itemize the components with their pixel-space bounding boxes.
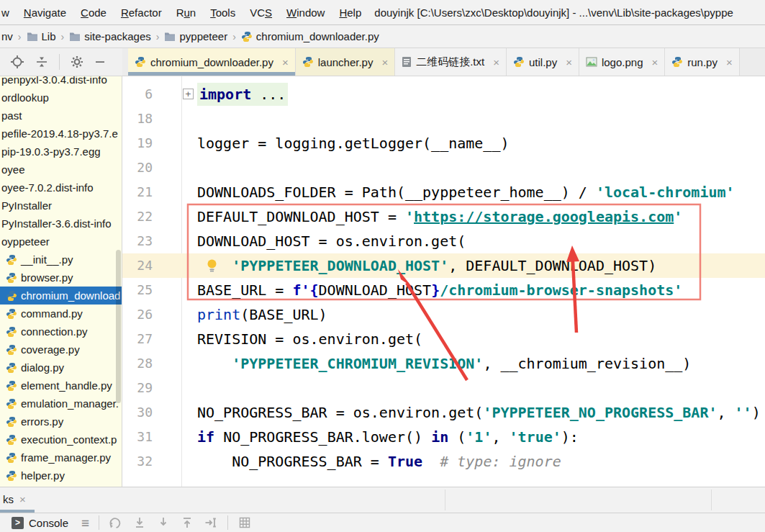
tree-item-pip-19-0-3-py3-7-egg[interactable]: pip-19.0.3-py3.7.egg: [0, 143, 122, 161]
code-line-28[interactable]: 28 'PYPPETEER_CHROMIUM_REVISION', __chro…: [122, 351, 765, 376]
tree-item-oyppeteer[interactable]: oyppeteer: [0, 233, 122, 251]
menu-item-vcs[interactable]: VCS: [243, 6, 279, 19]
tree-item-browser-py[interactable]: browser.py: [0, 269, 122, 287]
tree-item-pefile-2019-4-18-py3-7-e[interactable]: pefile-2019.4.18-py3.7.e: [0, 125, 122, 143]
code-line-19[interactable]: 19logger = logging.getLogger(__name__): [122, 131, 765, 155]
line-number[interactable]: 32: [122, 449, 153, 474]
tree-item-command-py[interactable]: command.py: [0, 305, 122, 323]
tab-chromium-downloader-py[interactable]: chromium_downloader.py×: [128, 48, 296, 76]
line-number[interactable]: 18: [122, 107, 153, 131]
breadcrumb-item-lib[interactable]: Lib: [27, 30, 56, 42]
menu-lines-icon[interactable]: ≡: [81, 516, 89, 530]
tree-item-coverage-py[interactable]: coverage.py: [0, 341, 122, 359]
line-number[interactable]: 19: [122, 131, 153, 155]
breadcrumb-item-pyppeteer[interactable]: pyppeteer: [164, 30, 227, 42]
code-line-22[interactable]: 22DEFAULT_DOWNLOAD_HOST = 'https://stora…: [122, 204, 765, 229]
tree-item-frame-manager-py[interactable]: frame_manager.py: [0, 448, 122, 466]
tree-item-pyinstaller[interactable]: PyInstaller: [0, 197, 122, 215]
run-to-cursor-icon[interactable]: [204, 515, 218, 530]
tab-launcher-py[interactable]: launcher.py×: [296, 48, 396, 76]
gear-icon[interactable]: [70, 55, 84, 69]
line-number[interactable]: 22: [122, 204, 153, 229]
tree-item-penpyxl-3-0-4-dist-info[interactable]: penpyxl-3.0.4.dist-info: [0, 76, 122, 89]
breadcrumb-item-nv[interactable]: nv: [1, 30, 13, 42]
collapse-icon[interactable]: [35, 55, 49, 69]
menu-item-help[interactable]: Help: [332, 6, 368, 19]
menu-item-navigate[interactable]: Navigate: [17, 6, 73, 19]
tree-item-helper-py[interactable]: helper.py: [0, 466, 122, 484]
step-down-alt-icon[interactable]: [156, 515, 171, 530]
close-icon[interactable]: ×: [381, 56, 388, 68]
project-tree-panel[interactable]: penpyxl-3.0.4.dist-infoordlookuppastpefi…: [0, 76, 122, 487]
tree-item-oyee[interactable]: oyee: [0, 161, 122, 179]
line-number[interactable]: 31: [122, 425, 153, 449]
menu-item-code[interactable]: Code: [73, 6, 114, 19]
code-line-31[interactable]: 31if NO_PROGRESS_BAR.lower() in ('1', 't…: [122, 425, 765, 449]
close-icon[interactable]: ×: [652, 56, 658, 68]
code-line-32[interactable]: 32 NO_PROGRESS_BAR = True # type: ignore: [122, 449, 765, 474]
fold-expand-icon[interactable]: +: [183, 89, 194, 99]
line-number[interactable]: 26: [122, 302, 153, 327]
locate-icon[interactable]: [10, 55, 24, 69]
rerun-icon[interactable]: [109, 515, 123, 530]
line-number[interactable]: 23: [122, 229, 153, 253]
line-number[interactable]: 20: [122, 155, 153, 180]
bottom-tab-label: ks: [3, 493, 14, 505]
minus-icon[interactable]: [94, 55, 106, 69]
line-number[interactable]: 29: [122, 376, 153, 400]
code-line-23[interactable]: 23DOWNLOAD_HOST = os.environ.get(: [122, 229, 765, 253]
code-line-29[interactable]: 29: [122, 376, 765, 400]
line-number[interactable]: 30: [122, 400, 153, 425]
tree-item-element-handle-py[interactable]: element_handle.py: [0, 377, 122, 395]
menu-item-run[interactable]: Run: [169, 6, 204, 19]
code-line-21[interactable]: 21DOWNLOADS_FOLDER = Path(__pyppeteer_ho…: [122, 180, 765, 204]
close-icon[interactable]: ×: [19, 493, 26, 505]
code-line-25[interactable]: 25BASE_URL = f'{DOWNLOAD_HOST}/chromium-…: [122, 278, 765, 302]
close-icon[interactable]: ×: [493, 56, 499, 68]
code-line-30[interactable]: 30NO_PROGRESS_BAR = os.environ.get('PYPP…: [122, 400, 765, 425]
tab-logo-png[interactable]: logo.png×: [579, 48, 665, 76]
tree-item-errors-py[interactable]: errors.py: [0, 412, 122, 430]
bottom-tab-ks[interactable]: ks ×: [3, 487, 26, 510]
code-line-27[interactable]: 27REVISION = os.environ.get(: [122, 327, 765, 351]
code-editor[interactable]: 6+import ...1819logger = logging.getLogg…: [122, 76, 765, 487]
close-icon[interactable]: ×: [566, 56, 572, 68]
line-number[interactable]: 21: [122, 180, 153, 204]
code-line-26[interactable]: 26print(BASE_URL): [122, 302, 765, 327]
code-line-6[interactable]: 6+import ...: [122, 82, 765, 107]
tree-scrollbar[interactable]: [116, 250, 121, 403]
tab-run-py[interactable]: run.py×: [665, 48, 739, 76]
line-number[interactable]: 25: [122, 278, 153, 302]
tab-二维码链接-txt[interactable]: 二维码链接.txt×: [395, 48, 507, 76]
code-line-24[interactable]: 24 'PYPPETEER_DOWNLOAD_HOST', DEFAULT_DO…: [122, 253, 765, 278]
tree-item-past[interactable]: past: [0, 107, 122, 125]
grid-icon[interactable]: [237, 515, 252, 530]
tree-item-connection-py[interactable]: connection.py: [0, 323, 122, 341]
tree-item-pyinstaller-3-6-dist-info[interactable]: PyInstaller-3.6.dist-info: [0, 215, 122, 233]
tree-item-emulation-manager[interactable]: emulation_manager.: [0, 395, 122, 412]
menu-item-refactor[interactable]: Refactor: [114, 6, 169, 19]
folder-icon: [27, 32, 38, 42]
breadcrumb-item-chromium-downloader-py[interactable]: chromium_downloader.py: [241, 30, 379, 42]
code-line-20[interactable]: 20: [122, 155, 765, 180]
step-up-icon[interactable]: [180, 515, 194, 530]
line-number[interactable]: 6: [122, 82, 153, 107]
tree-item-oyee-7-0-2-dist-info[interactable]: oyee-7.0.2.dist-info: [0, 179, 122, 197]
tree-item-execution-context-p[interactable]: execution_context.p: [0, 430, 122, 448]
line-number[interactable]: 24: [122, 253, 153, 278]
tab-util-py[interactable]: util.py×: [507, 48, 579, 76]
tree-item-dialog-py[interactable]: dialog.py: [0, 359, 122, 377]
menu-item-tools[interactable]: Tools: [203, 6, 243, 19]
step-down-icon[interactable]: [132, 515, 147, 530]
tree-item-init-py[interactable]: __init__.py: [0, 251, 122, 269]
menu-item-window[interactable]: Window: [279, 6, 332, 19]
tree-item-ordlookup[interactable]: ordlookup: [0, 89, 122, 107]
menu-item-w[interactable]: w: [0, 6, 17, 19]
close-icon[interactable]: ×: [726, 56, 733, 68]
line-number[interactable]: 28: [122, 351, 153, 376]
breadcrumb-item-site-packages[interactable]: site-packages: [69, 30, 151, 42]
close-icon[interactable]: ×: [282, 56, 289, 68]
line-number[interactable]: 27: [122, 327, 153, 351]
tree-item-chromium-download[interactable]: chromium_download: [0, 287, 122, 305]
code-line-18[interactable]: 18: [122, 107, 765, 131]
